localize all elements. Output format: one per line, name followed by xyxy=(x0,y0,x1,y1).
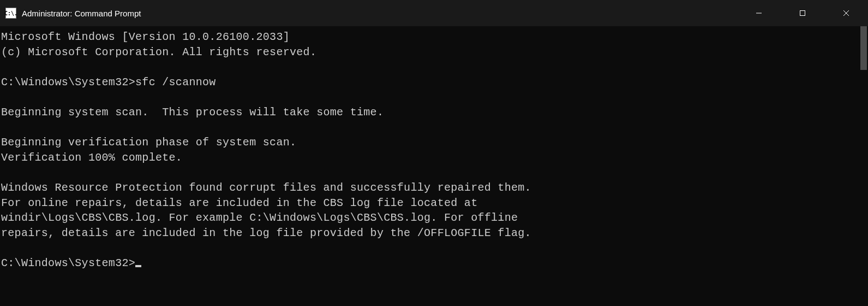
terminal-line xyxy=(1,165,867,180)
terminal-line: Verification 100% complete. xyxy=(1,150,867,166)
window-title: Administrator: Command Prompt xyxy=(22,9,141,18)
terminal-prompt-line: C:\Windows\System32> xyxy=(1,256,867,271)
terminal-line xyxy=(1,240,867,256)
close-icon xyxy=(843,10,849,16)
scrollbar-thumb[interactable] xyxy=(860,26,867,70)
terminal-line: Beginning verification phase of system s… xyxy=(1,135,867,150)
close-button[interactable] xyxy=(824,0,868,26)
svg-rect-1 xyxy=(800,11,805,16)
terminal-line: Microsoft Windows [Version 10.0.26100.20… xyxy=(1,30,867,45)
titlebar[interactable]: C:\. Administrator: Command Prompt xyxy=(0,0,868,26)
minimize-icon xyxy=(756,10,762,16)
terminal-line: windir\Logs\CBS\CBS.log. For example C:\… xyxy=(1,210,867,226)
terminal-line xyxy=(1,120,867,136)
terminal-line: Beginning system scan. This process will… xyxy=(1,105,867,120)
minimize-button[interactable] xyxy=(737,0,781,26)
terminal-cursor xyxy=(135,265,141,267)
cmd-icon: C:\. xyxy=(5,8,16,19)
terminal-prompt: C:\Windows\System32> xyxy=(1,257,135,269)
terminal-output[interactable]: Microsoft Windows [Version 10.0.26100.20… xyxy=(0,26,868,306)
maximize-icon xyxy=(799,10,806,16)
terminal-line: repairs, details are included in the log… xyxy=(1,226,867,241)
titlebar-left: C:\. Administrator: Command Prompt xyxy=(5,8,141,19)
terminal-line xyxy=(1,60,867,75)
terminal-line: Windows Resource Protection found corrup… xyxy=(1,180,867,196)
window-controls xyxy=(737,0,868,26)
terminal-line: (c) Microsoft Corporation. All rights re… xyxy=(1,45,867,60)
terminal-line: For online repairs, details are included… xyxy=(1,196,867,211)
terminal-line xyxy=(1,90,867,105)
maximize-button[interactable] xyxy=(781,0,824,26)
terminal-line: C:\Windows\System32>sfc /scannow xyxy=(1,75,867,90)
